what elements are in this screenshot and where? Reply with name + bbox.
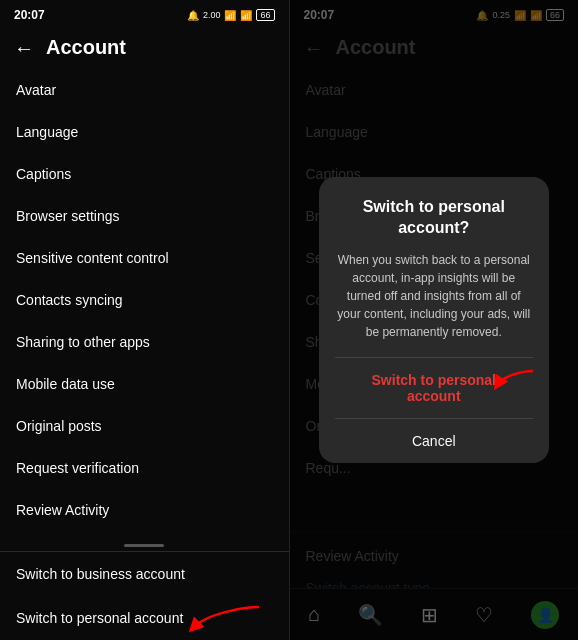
red-arrow-left bbox=[189, 602, 269, 640]
time-left: 20:07 bbox=[14, 8, 45, 22]
modal-cancel-button[interactable]: Cancel bbox=[335, 418, 533, 463]
back-button-left[interactable]: ← bbox=[14, 38, 34, 58]
menu-contacts-syncing[interactable]: Contacts syncing bbox=[0, 279, 289, 321]
menu-sensitive-content[interactable]: Sensitive content control bbox=[0, 237, 289, 279]
menu-sharing[interactable]: Sharing to other apps bbox=[0, 321, 289, 363]
header-left: ← Account bbox=[0, 28, 289, 69]
modal-box: Switch to personal account? When you swi… bbox=[319, 177, 549, 463]
modal-title: Switch to personal account? bbox=[335, 197, 533, 239]
bottom-actions: Switch to business account Switch to per… bbox=[0, 551, 289, 640]
menu-avatar[interactable]: Avatar bbox=[0, 69, 289, 111]
page-title-left: Account bbox=[46, 36, 126, 59]
right-panel: 20:07 🔔 0.25 📶 📶 66 ← Account Avatar Lan… bbox=[290, 0, 579, 640]
switch-to-business[interactable]: Switch to business account bbox=[0, 552, 289, 596]
switch-to-personal-left[interactable]: Switch to personal account bbox=[0, 596, 289, 640]
menu-captions[interactable]: Captions bbox=[0, 153, 289, 195]
menu-review-activity[interactable]: Review Activity bbox=[0, 489, 289, 531]
menu-list-left: Avatar Language Captions Browser setting… bbox=[0, 69, 289, 540]
switch-personal-confirm[interactable]: Switch to personal account bbox=[335, 357, 533, 418]
modal-body: When you switch back to a personal accou… bbox=[335, 251, 533, 341]
status-icons-left: 🔔 2.00 📶 📶 66 bbox=[187, 9, 275, 21]
menu-language[interactable]: Language bbox=[0, 111, 289, 153]
left-panel: 20:07 🔔 2.00 📶 📶 66 ← Account Avatar Lan… bbox=[0, 0, 289, 640]
menu-original-posts[interactable]: Original posts bbox=[0, 405, 289, 447]
menu-request-verification[interactable]: Request verification bbox=[0, 447, 289, 489]
menu-browser-settings[interactable]: Browser settings bbox=[0, 195, 289, 237]
menu-mobile-data[interactable]: Mobile data use bbox=[0, 363, 289, 405]
status-bar-left: 20:07 🔔 2.00 📶 📶 66 bbox=[0, 0, 289, 28]
red-arrow-right bbox=[493, 366, 543, 396]
menu-partial: Switch acco... bbox=[0, 531, 289, 540]
modal-overlay: Switch to personal account? When you swi… bbox=[290, 0, 579, 640]
scroll-indicator bbox=[124, 544, 164, 547]
